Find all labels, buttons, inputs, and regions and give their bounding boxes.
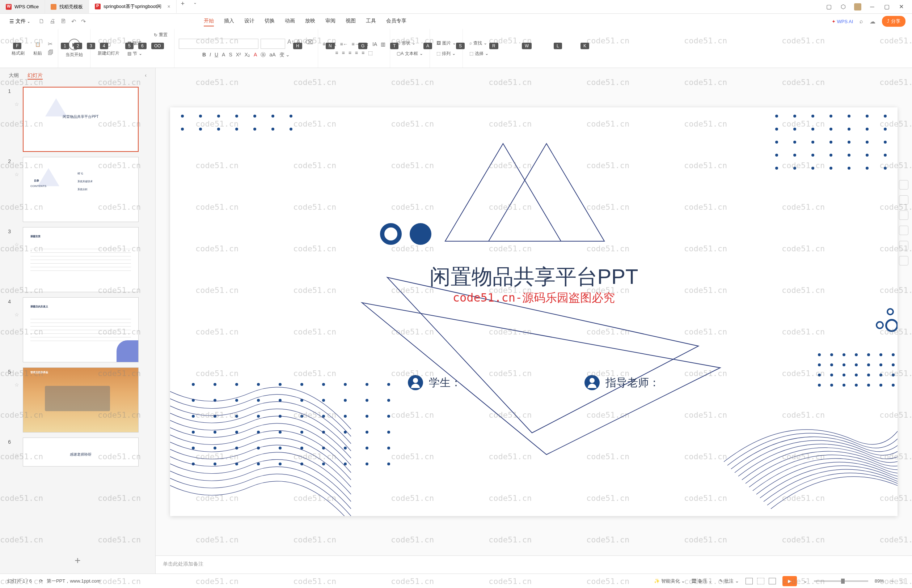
file-menu-button[interactable]: ☰ 文件 ⌄: [6, 17, 33, 26]
tab-design[interactable]: 设计: [244, 16, 254, 26]
align-left-button[interactable]: ≡: [335, 50, 338, 56]
columns-button[interactable]: ▥: [381, 41, 386, 47]
tab-slideshow[interactable]: 放映: [305, 16, 315, 26]
tab-animation[interactable]: 动画: [285, 16, 295, 26]
window-icon-1[interactable]: ▢: [825, 3, 833, 10]
new-slide-button[interactable]: ▢ 新建幻灯片: [95, 39, 122, 58]
spacing-button[interactable]: 变 ⌄: [279, 52, 290, 58]
play-slideshow-button[interactable]: ▶: [782, 576, 797, 586]
qa-icon-3[interactable]: 🖹: [60, 18, 66, 25]
thumb-star-2[interactable]: ☆: [15, 157, 19, 177]
vtool-6[interactable]: [899, 256, 909, 265]
vtool-4[interactable]: [899, 226, 909, 235]
slide-title[interactable]: 闲置物品共享平台PPT: [429, 263, 638, 291]
underline-button[interactable]: U: [215, 52, 218, 58]
tab-close-icon[interactable]: ×: [167, 3, 170, 10]
clear-format-icon[interactable]: ⌫: [305, 39, 313, 49]
image-button[interactable]: 🖼图片 ⌄: [434, 39, 458, 47]
thumb-2[interactable]: 目录 CONTENTS 绪 论 系统关键技术 系统分析: [23, 157, 139, 222]
bold-button[interactable]: B: [202, 52, 206, 58]
paste-button[interactable]: 📋 粘贴: [31, 39, 45, 58]
notes-button[interactable]: ☰ 备注 ⌄: [692, 578, 712, 585]
strike-button[interactable]: S: [229, 52, 232, 58]
vtool-3[interactable]: [899, 210, 909, 220]
minimize-button[interactable]: ─: [868, 3, 876, 10]
main-slide[interactable]: 闲置物品共享平台PPT code51.cn-源码乐园盗图必究 学生： 指导老师：: [170, 107, 897, 516]
tab-dk-template[interactable]: 找稻壳模板: [45, 0, 89, 13]
tab-member[interactable]: 会员专享: [386, 16, 407, 26]
qa-icon-2[interactable]: 🖨: [50, 18, 55, 25]
tab-start[interactable]: 开始: [204, 16, 214, 26]
share-button[interactable]: ⤴ 分享: [882, 16, 906, 27]
slides-tab[interactable]: 幻灯片: [28, 72, 43, 79]
thumb-3[interactable]: 课题背景: [23, 227, 139, 292]
close-button[interactable]: ✕: [897, 3, 905, 10]
avatar-icon[interactable]: [854, 3, 861, 10]
search-icon[interactable]: ⌕: [860, 18, 863, 24]
student-item[interactable]: 学生：: [408, 375, 462, 390]
vtool-1[interactable]: [899, 180, 909, 189]
copy-icon[interactable]: 🗐: [48, 50, 53, 56]
text-effect-button[interactable]: ⓐ: [261, 52, 266, 58]
qa-icon-5[interactable]: ↷: [81, 18, 86, 25]
thumb-6[interactable]: 感谢老师聆听: [23, 438, 139, 467]
normal-view-icon[interactable]: [745, 578, 753, 585]
find-button[interactable]: ⌕查找 ⌄: [467, 39, 489, 47]
smartart-button[interactable]: ⬚: [368, 50, 373, 56]
reset-button[interactable]: ↻重置: [152, 31, 170, 39]
teacher-item[interactable]: 指导老师：: [585, 375, 660, 390]
align-center-button[interactable]: ≡: [342, 50, 345, 56]
thumb-star-1[interactable]: ☆: [15, 87, 19, 107]
thumb-list[interactable]: 1 ☆ 闲置物品共享平台PPT 2 ☆ 目录 CONTENTS 绪 论 系统关键…: [0, 84, 155, 548]
tab-tools[interactable]: 工具: [366, 16, 376, 26]
canvas-wrap[interactable]: 闲置物品共享平台PPT code51.cn-源码乐园盗图必究 学生： 指导老师：: [156, 68, 912, 556]
vtool-5[interactable]: [899, 241, 909, 250]
arrange-button[interactable]: ⬚排列 ⌄: [434, 50, 458, 58]
outline-tab[interactable]: 大纲: [9, 72, 19, 79]
thumb-star-5[interactable]: ☆: [15, 367, 19, 388]
thumb-1[interactable]: 闲置物品共享平台PPT: [23, 87, 139, 152]
tab-view[interactable]: 视图: [346, 16, 356, 26]
thumb-star-3[interactable]: ☆: [15, 227, 19, 247]
zoom-slider[interactable]: [814, 580, 868, 582]
qa-icon-4[interactable]: ↶: [71, 18, 76, 25]
align-right-button[interactable]: ≡: [348, 50, 352, 56]
text-direction-button[interactable]: IA: [373, 41, 377, 47]
font-family-select[interactable]: [179, 39, 258, 49]
super-button[interactable]: X²: [236, 52, 241, 58]
comments-button[interactable]: ✎ 批注 ⌄: [719, 578, 739, 585]
tab-transition[interactable]: 切换: [264, 16, 275, 26]
window-icon-2[interactable]: ⬡: [840, 3, 847, 10]
tab-insert[interactable]: 插入: [224, 16, 234, 26]
wps-ai-button[interactable]: ✦WPS AI: [832, 19, 854, 24]
collapse-sidepanel-icon[interactable]: ‹: [145, 72, 147, 79]
indent-left-button[interactable]: ≡←: [340, 41, 348, 47]
thumb-star-4[interactable]: ☆: [15, 297, 19, 318]
thumb-star-6[interactable]: ☆: [15, 438, 19, 458]
tab-wps-office[interactable]: WPS Office: [0, 0, 45, 13]
cloud-icon[interactable]: ☁: [870, 18, 875, 25]
textbox-button[interactable]: ▢A文本框 ⌄: [394, 50, 425, 58]
zoom-handle[interactable]: [841, 578, 845, 584]
align-justify-button[interactable]: ≡: [355, 50, 358, 56]
font-size-select[interactable]: [261, 39, 285, 49]
highlight-button[interactable]: A: [222, 52, 225, 58]
vtool-2[interactable]: [899, 195, 909, 205]
maximize-button[interactable]: ▢: [883, 3, 890, 10]
beautify-button[interactable]: ✨ 智能美化 ⌄: [654, 578, 685, 585]
section-button[interactable]: ▤节 ⌄: [125, 50, 149, 58]
italic-button[interactable]: I: [209, 52, 211, 58]
reset-zoom-icon[interactable]: ─: [891, 578, 894, 584]
thumb-5[interactable]: 管理员登录界面: [23, 367, 139, 433]
distribute-button[interactable]: ≡: [361, 50, 364, 56]
notes-bar[interactable]: 单击此处添加备注: [156, 556, 912, 573]
new-tab-button[interactable]: +: [177, 0, 189, 13]
change-case-button[interactable]: aA: [269, 52, 275, 58]
select-button[interactable]: ⬚选择 ⌄: [467, 50, 491, 58]
play-dropdown[interactable]: ⌄: [803, 578, 807, 584]
sorter-view-icon[interactable]: [757, 578, 765, 585]
font-color-button[interactable]: A: [254, 52, 257, 58]
cut-icon[interactable]: ✂: [48, 40, 53, 47]
qa-icon-1[interactable]: 🗋: [39, 18, 45, 25]
sub-button[interactable]: X₂: [245, 52, 250, 58]
